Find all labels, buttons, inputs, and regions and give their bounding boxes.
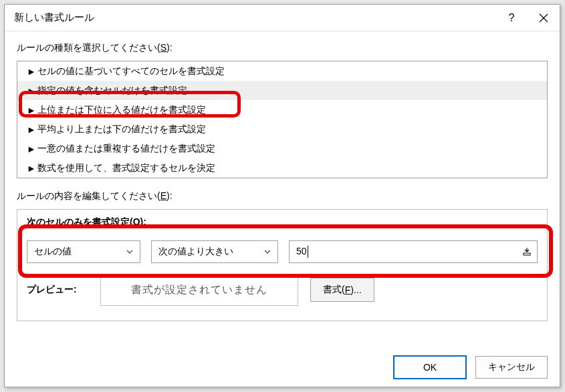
dialog-footer: OK キャンセル (5, 348, 560, 387)
cancel-button[interactable]: キャンセル (475, 356, 548, 379)
preview-box: 書式が設定されていません (100, 274, 298, 306)
condition-type-combo[interactable]: セルの値 (27, 240, 140, 263)
condition-row: セルの値 次の値より大きい 50 (27, 240, 538, 263)
rule-type-label: ルールの種類を選択してください(S): (17, 42, 548, 54)
new-format-rule-dialog: 新しい書式ルール ? ルールの種類を選択してください(S): ► セルの値に基づ… (4, 4, 560, 387)
titlebar: 新しい書式ルール ? (5, 5, 560, 31)
arrow-icon: ► (27, 85, 37, 96)
rule-type-list[interactable]: ► セルの値に基づいてすべてのセルを書式設定 ► 指定の値を含むセルだけを書式設… (17, 61, 548, 178)
dialog-title: 新しい書式ルール (14, 11, 495, 24)
close-icon (539, 13, 548, 23)
arrow-icon: ► (27, 144, 37, 154)
collapse-dialog-icon (522, 247, 532, 256)
range-select-button[interactable] (520, 243, 534, 260)
rule-type-item-1[interactable]: ► 指定の値を含むセルだけを書式設定 (17, 81, 547, 100)
rule-edit-label: ルールの内容を編集してください(E): (17, 190, 548, 202)
rule-type-item-4[interactable]: ► 一意の値または重複する値だけを書式設定 (17, 139, 547, 158)
arrow-icon: ► (27, 105, 37, 116)
preview-row: プレビュー: 書式が設定されていません 書式(F)... (27, 274, 538, 306)
close-button[interactable] (528, 5, 560, 31)
chevron-down-icon (122, 243, 137, 260)
format-button[interactable]: 書式(F)... (310, 278, 374, 302)
arrow-icon: ► (27, 124, 37, 135)
ok-button[interactable]: OK (394, 356, 466, 379)
format-only-label: 次のセルのみを書式設定(O): (27, 216, 538, 228)
help-button[interactable]: ? (495, 5, 528, 31)
chevron-down-icon (260, 243, 275, 260)
rule-type-item-5[interactable]: ► 数式を使用して、書式設定するセルを決定 (17, 158, 547, 178)
rule-edit-area: 次のセルのみを書式設定(O): セルの値 次の値より大きい (17, 209, 548, 321)
rule-type-item-3[interactable]: ► 平均より上または下の値だけを書式設定 (17, 120, 547, 139)
preview-label: プレビュー: (27, 284, 88, 296)
operator-combo[interactable]: 次の値より大きい (151, 240, 278, 263)
text-caret (308, 246, 308, 258)
arrow-icon: ► (27, 66, 37, 77)
svg-rect-2 (524, 253, 530, 255)
value-input[interactable]: 50 (289, 240, 538, 263)
rule-type-item-0[interactable]: ► セルの値に基づいてすべてのセルを書式設定 (17, 61, 547, 81)
dialog-body: ルールの種類を選択してください(S): ► セルの値に基づいてすべてのセルを書式… (5, 31, 560, 348)
rule-type-item-2[interactable]: ► 上位または下位に入る値だけを書式設定 (17, 100, 547, 120)
arrow-icon: ► (27, 163, 37, 174)
